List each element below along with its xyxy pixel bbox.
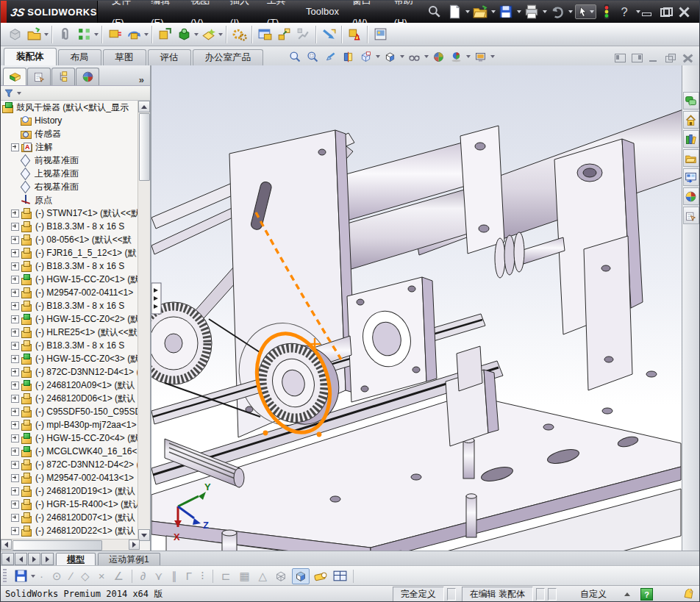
snap-grid-icon[interactable]: ▦ bbox=[239, 570, 249, 583]
expander-icon[interactable] bbox=[11, 514, 19, 522]
tab-last-button[interactable] bbox=[41, 553, 54, 565]
snap-hv-icon[interactable]: Γ bbox=[186, 570, 192, 582]
tree-root-row[interactable]: 鼓风干燥器 (默认<默认_显示 bbox=[1, 101, 150, 114]
interference-detection-icon[interactable]: ! bbox=[345, 25, 364, 44]
tag-icon[interactable] bbox=[682, 589, 695, 600]
expander-icon[interactable] bbox=[11, 355, 19, 363]
tree-item-row[interactable]: (-) M29547-002-0411<1> bbox=[1, 286, 150, 299]
property-manager-tab[interactable] bbox=[27, 68, 51, 85]
tree-item-row[interactable]: 原点 bbox=[1, 193, 150, 207]
select-tool[interactable] bbox=[575, 4, 596, 19]
scroll-down-button[interactable] bbox=[138, 529, 150, 541]
insert-component-icon[interactable] bbox=[5, 25, 24, 44]
expander-icon[interactable] bbox=[11, 209, 19, 218]
doc-close-icon[interactable] bbox=[682, 54, 693, 62]
snap-intersection-icon[interactable]: × bbox=[99, 570, 105, 582]
move-component-caret[interactable] bbox=[144, 33, 149, 36]
expander-icon[interactable] bbox=[11, 395, 19, 403]
open-caret[interactable] bbox=[491, 10, 496, 13]
search-icon[interactable] bbox=[427, 4, 442, 20]
pane-split-left-icon[interactable] bbox=[615, 54, 626, 62]
tree-item-row[interactable]: (-) 2468120D06<1> (默认 bbox=[1, 392, 150, 405]
tree-item-row[interactable]: (-) B18.3.3M - 8 x 16 S bbox=[1, 299, 150, 312]
snap-length-icon[interactable]: ⊏ bbox=[221, 570, 231, 583]
restore-button[interactable] bbox=[660, 7, 671, 17]
snap-angle2-icon[interactable]: △ bbox=[259, 570, 268, 583]
tree-vertical-scrollbar[interactable] bbox=[138, 101, 150, 541]
tree-item-row[interactable]: (-) HLRE25<1> (默认<<默 bbox=[1, 326, 150, 339]
measure-icon[interactable] bbox=[311, 567, 330, 586]
snap-tangent-icon[interactable]: ∂ bbox=[140, 570, 146, 582]
view-settings-icon[interactable] bbox=[448, 49, 464, 64]
reference-geometry-icon[interactable] bbox=[199, 25, 218, 44]
open-component-caret[interactable] bbox=[44, 33, 49, 36]
filter-funnel-icon[interactable] bbox=[4, 88, 14, 98]
scrollbar-thumb[interactable] bbox=[139, 113, 150, 181]
feature-manager-tab[interactable] bbox=[3, 68, 26, 85]
view-settings-caret[interactable] bbox=[466, 55, 471, 58]
move-component-icon[interactable] bbox=[124, 25, 143, 44]
doc-minimize-icon[interactable] bbox=[649, 54, 660, 62]
command-tab[interactable]: 装配体 bbox=[4, 48, 57, 65]
tab-first-button[interactable] bbox=[1, 553, 14, 565]
tree-item-row[interactable]: (-) 2468120A09<1> (默认 bbox=[1, 379, 150, 392]
tree-item-row[interactable]: (-) B18.3.3M - 8 x 16 S bbox=[1, 259, 150, 273]
expander-icon[interactable] bbox=[11, 527, 19, 535]
status-custom-caret[interactable] bbox=[624, 592, 630, 596]
zoom-to-fit-icon[interactable] bbox=[287, 49, 303, 64]
tree-item-row[interactable]: 上视基准面 bbox=[1, 167, 150, 180]
panel-expand-chevron[interactable]: » bbox=[139, 74, 144, 85]
open-component-icon[interactable] bbox=[24, 25, 43, 44]
tree-item-row[interactable]: (-) HGW-15-CC-Z0<1> (默 bbox=[1, 273, 150, 286]
snap-angle-icon[interactable]: ∠ bbox=[113, 570, 123, 583]
tab-prev-button[interactable] bbox=[15, 553, 27, 565]
tree-item-row[interactable]: 前视基准面 bbox=[1, 154, 150, 167]
save-icon[interactable] bbox=[498, 4, 514, 20]
doc-restore-icon[interactable] bbox=[665, 54, 676, 62]
apply-scene-icon[interactable] bbox=[430, 49, 446, 64]
smart-fasteners-icon[interactable] bbox=[105, 25, 124, 44]
expander-icon[interactable] bbox=[11, 262, 19, 270]
appearances-icon[interactable] bbox=[683, 187, 699, 205]
expander-icon[interactable] bbox=[11, 381, 19, 390]
custom-properties-icon[interactable] bbox=[683, 207, 699, 224]
tree-item-row[interactable]: (-) STWN17<1> (默认<<默 bbox=[1, 207, 150, 220]
expander-icon[interactable] bbox=[11, 461, 19, 469]
pattern-caret[interactable] bbox=[94, 33, 99, 36]
tree-item-row[interactable]: (-) 872C-D3NN12-D4<1> ( bbox=[1, 365, 150, 379]
status-help-button[interactable]: ? bbox=[640, 588, 653, 601]
viewport-canvas[interactable]: X Y Z bbox=[151, 65, 683, 551]
table-icon[interactable] bbox=[330, 567, 349, 586]
expander-icon[interactable] bbox=[11, 474, 19, 482]
linear-component-pattern-icon[interactable] bbox=[74, 25, 93, 44]
tree-item-row[interactable]: 右视基准面 bbox=[1, 180, 150, 193]
snap-parallel-icon[interactable]: ∥ bbox=[171, 570, 177, 583]
snap-perp-icon[interactable]: ⋎ bbox=[154, 570, 162, 583]
toolbar-grip[interactable] bbox=[3, 569, 7, 584]
bill-of-materials-icon[interactable] bbox=[255, 25, 274, 44]
tree-item-row[interactable]: 注解 bbox=[1, 140, 150, 154]
tree-item-row[interactable]: (-) mpl-B430p-mj72aa<1> bbox=[1, 418, 150, 431]
open-icon[interactable] bbox=[472, 4, 488, 20]
comments-icon[interactable] bbox=[683, 92, 699, 110]
expander-icon[interactable] bbox=[11, 143, 19, 151]
assembly-features-icon[interactable] bbox=[174, 25, 193, 44]
tree-item-row[interactable]: (-) B18.3.3M - 8 x 16 S bbox=[1, 339, 150, 352]
tab-next-button[interactable] bbox=[28, 553, 40, 565]
expander-icon[interactable] bbox=[11, 249, 19, 257]
display-style-icon[interactable] bbox=[382, 49, 398, 64]
tree-item-row[interactable]: (-) MCGLCWK40_16_16<1> bbox=[1, 445, 150, 458]
expander-icon[interactable] bbox=[11, 315, 19, 323]
options-monitor-caret[interactable] bbox=[490, 55, 495, 58]
display-style-caret[interactable] bbox=[400, 55, 404, 58]
status-custom[interactable]: 自定义 bbox=[562, 587, 624, 601]
tree-item-row[interactable]: (-) C95SDF50-150_C95SDF bbox=[1, 405, 150, 418]
zoom-to-area-icon[interactable] bbox=[304, 49, 321, 64]
tree-item-row[interactable]: (-) 2468120D19<1> (默认 bbox=[1, 484, 150, 498]
view-palette-icon[interactable] bbox=[683, 168, 699, 186]
scroll-right-button[interactable] bbox=[129, 540, 140, 550]
print-icon[interactable] bbox=[524, 4, 540, 20]
tree-item-row[interactable]: (-) B18.3.3M - 8 x 16 S bbox=[1, 220, 150, 233]
save-caret[interactable] bbox=[517, 10, 521, 13]
graphics-viewport[interactable]: X Y Z bbox=[151, 65, 683, 551]
